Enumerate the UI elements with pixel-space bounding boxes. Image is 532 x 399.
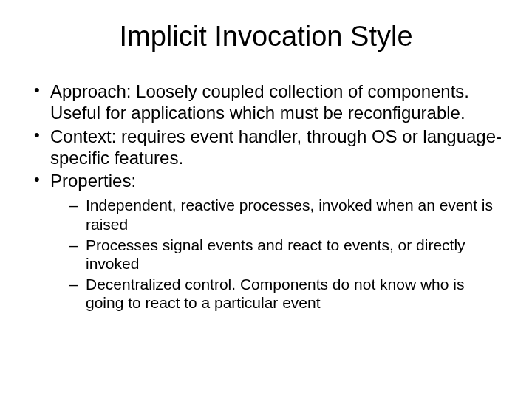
sub-bullet-text: Processes signal events and react to eve… bbox=[86, 236, 466, 273]
slide: Implicit Invocation Style Approach: Loos… bbox=[0, 0, 532, 399]
bullet-list: Approach: Loosely coupled collection of … bbox=[30, 81, 502, 313]
sub-bullet-list: Independent, reactive processes, invoked… bbox=[50, 196, 502, 313]
sub-bullet-text: Independent, reactive processes, invoked… bbox=[86, 197, 493, 233]
bullet-text: Approach: Loosely coupled collection of … bbox=[50, 81, 469, 123]
bullet-item: Properties: Independent, reactive proces… bbox=[30, 170, 502, 313]
bullet-item: Context: requires event handler, through… bbox=[30, 126, 502, 169]
sub-bullet-item: Processes signal events and react to eve… bbox=[65, 236, 502, 273]
sub-bullet-item: Independent, reactive processes, invoked… bbox=[65, 196, 502, 233]
bullet-text: Context: requires event handler, through… bbox=[50, 126, 502, 168]
bullet-item: Approach: Loosely coupled collection of … bbox=[30, 81, 502, 124]
sub-bullet-item: Decentralized control. Components do not… bbox=[65, 275, 502, 313]
bullet-text: Properties: bbox=[50, 171, 136, 191]
sub-bullet-text: Decentralized control. Components do not… bbox=[86, 276, 464, 312]
slide-title: Implicit Invocation Style bbox=[30, 21, 502, 52]
